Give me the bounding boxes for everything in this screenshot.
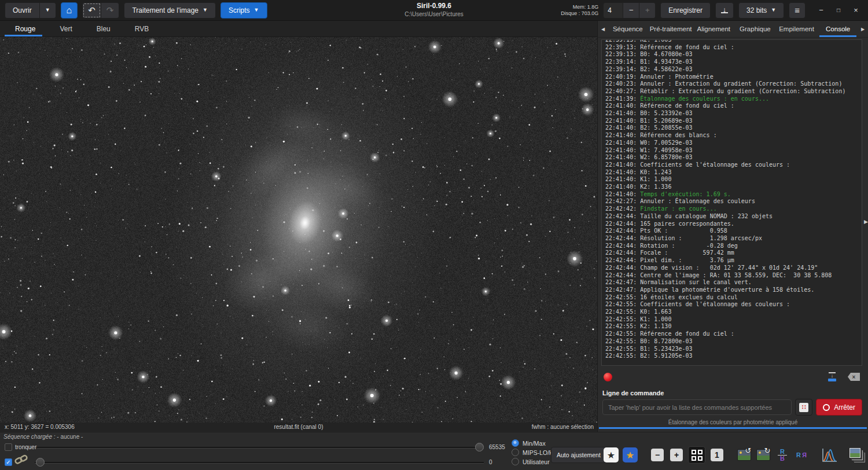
zoom-increment-button[interactable]: + (639, 3, 655, 18)
console-line: 22:42:55: K1: 1.000 (605, 316, 858, 324)
console-line: 22:42:44: Centre de l'image : RA: 01 33 … (605, 272, 858, 280)
histogram-icon[interactable] (821, 445, 837, 465)
home-button[interactable]: ⌂ (61, 2, 78, 19)
undo-button[interactable]: ↶ (82, 2, 101, 19)
tab-pretraitement[interactable]: Pré-traitement (649, 21, 693, 37)
zoom-one-to-one-icon[interactable]: 1 (709, 445, 724, 465)
loaded-filename: resultat.fit (canal 0) (0, 424, 597, 430)
right-panel: ◀ Séquence Pré-traitement Alignement Gra… (597, 21, 868, 432)
bit-depth-select[interactable]: 32 bits ▼ (738, 2, 784, 19)
zoom-level-input[interactable]: 4 (604, 3, 623, 18)
console-line: 22:41:40: K2: 1.336 (605, 183, 858, 191)
console-line: 22:42:44: Champ de vision : 02d 12' 27.4… (605, 265, 858, 272)
scripts-menu-button[interactable]: Scripts ▼ (220, 2, 267, 19)
window-title-block: Siril-0.99.6 C:\Users\User\Pictures (336, 2, 532, 18)
fit-to-window-icon[interactable] (688, 445, 705, 465)
main-menu-button[interactable]: ≡ (789, 2, 806, 19)
console-line: 22:42:42: Findstar : en cours... (605, 205, 858, 213)
tabs-scroll-left-icon[interactable]: ◀ (599, 21, 607, 37)
low-level-slider[interactable] (35, 458, 484, 467)
redo-button[interactable]: ↷ (101, 2, 120, 19)
console-line: 22:39:14: B1: 4.93473e-03 (605, 58, 858, 66)
sequence-value: - aucune - (56, 434, 83, 440)
open-dropdown-button[interactable]: ▼ (40, 2, 56, 19)
tab-empilement[interactable]: Empilement (776, 21, 818, 37)
close-button[interactable]: × (848, 3, 863, 18)
record-log-button[interactable] (604, 373, 612, 381)
progress-bar (599, 427, 867, 429)
image-processing-label: Traitement de l'image (132, 6, 198, 14)
tab-bleu[interactable]: Bleu (92, 21, 115, 36)
console-line: 22:42:44: Focale : 597.42 mm (605, 249, 858, 257)
flip-horizontal-icon[interactable]: RR (794, 445, 809, 465)
low-slider-handle[interactable] (36, 458, 45, 467)
tab-rouge[interactable]: Rouge (10, 21, 40, 36)
resource-info: Mem: 1.8G Disque : 703.0G (561, 4, 598, 17)
commands-list-button[interactable]: ∷ (795, 399, 812, 416)
flip-vertical-icon[interactable]: RR (775, 445, 790, 465)
tab-rvb[interactable]: RVB (130, 21, 153, 36)
console-line: 22:42:44: 165 paires correspondantes. (605, 221, 858, 228)
console-line: 22:41:40: K0: 1.243 (605, 169, 858, 177)
mode-utilisateur-radio[interactable]: Utilisateur (512, 458, 550, 465)
restore-button[interactable]: □ (831, 3, 846, 18)
zoom-in-icon[interactable]: + (669, 445, 684, 465)
mode-mipslohi-radio[interactable]: MIPS-LO/HI (512, 449, 556, 456)
stop-button[interactable]: Arrêter (816, 399, 862, 416)
undo-icon: ↶ (88, 5, 95, 16)
mode-minmax-label: Min/Max (523, 440, 546, 447)
console-line: 22:42:44: Résolution : 1.298 arcsec/px (605, 235, 858, 243)
save-as-icon: ↓ (721, 7, 728, 13)
mode-minmax-radio[interactable]: Min/Max (512, 439, 546, 447)
console-line: 22:42:55: B1: 5.23423e-03 (605, 346, 858, 353)
save-button[interactable]: Enregistrer (660, 2, 711, 19)
zoom-decrement-button[interactable]: − (623, 3, 639, 18)
console-line: 22:42:55: K2: 1.130 (605, 323, 858, 331)
image-canvas[interactable] (0, 37, 597, 423)
minimize-button[interactable]: − (814, 3, 829, 18)
tab-vert[interactable]: Vert (55, 21, 76, 36)
panel-collapse-icon[interactable]: ▶ (864, 219, 868, 225)
high-level-value: 65535 (489, 444, 505, 450)
save-as-button[interactable]: ↓ (715, 2, 734, 19)
link-channels-checkbox[interactable]: ✓ (5, 458, 12, 466)
auto-adjust-label: Auto ajustement (557, 451, 601, 458)
tab-graphique[interactable]: Graphique (734, 21, 776, 37)
high-slider-handle[interactable] (475, 443, 484, 451)
console-line: 22:42:44: Taille du catalogue NOMAD : 23… (605, 213, 858, 221)
export-log-icon[interactable]: ↓ (827, 372, 837, 381)
console-log[interactable]: 22:39:13: R2: 1.00322:39:13: Référence d… (601, 39, 862, 366)
image-processing-menu-button[interactable]: Traitement de l'image ▼ (124, 2, 215, 19)
rotate-right-icon[interactable]: ↻ (756, 445, 771, 465)
rotate-left-icon[interactable]: ↺ (737, 445, 752, 465)
radio-icon (512, 449, 519, 456)
high-level-slider[interactable] (37, 443, 484, 451)
scripts-label: Scripts (229, 6, 250, 14)
console-line: 22:42:55: B2: 5.91205e-03 (605, 352, 858, 360)
redo-icon: ↷ (106, 5, 114, 16)
negative-view-icon[interactable]: ★ (604, 445, 619, 465)
commands-list-icon: ∷ (799, 403, 808, 412)
tab-sequence[interactable]: Séquence (607, 21, 649, 37)
image-stack-icon[interactable] (849, 445, 865, 465)
stop-icon (823, 404, 830, 411)
tabs-scroll-right-icon[interactable]: ▶ (859, 21, 867, 37)
false-color-icon[interactable]: ★ (623, 445, 638, 465)
open-button[interactable]: Ouvrir (5, 2, 40, 19)
image-status-bar: x: 5011 y: 3627 = 0.005306 resultat.fit … (0, 423, 597, 431)
zoom-level-spinner: 4 − + (603, 2, 656, 19)
zoom-out-icon[interactable]: − (650, 445, 665, 465)
console-line: 22:41:40: W2: 6.85780e-03 (605, 154, 858, 161)
console-line: 22:41:40: B1: 5.20689e-03 (605, 118, 858, 125)
console-line: 22:42:55: B0: 8.72800e-03 (605, 338, 858, 346)
memory-info: Mem: 1.8G (561, 4, 598, 10)
console-line: 22:42:55: 16 étoiles exclues du calcul (605, 294, 858, 302)
tab-console[interactable]: Console (817, 21, 859, 37)
command-input[interactable] (602, 399, 792, 415)
chevron-down-icon: ▼ (203, 8, 208, 13)
tab-alignement[interactable]: Alignement (693, 21, 734, 37)
clear-console-icon[interactable]: × (848, 373, 860, 381)
truncate-label: tronquer (15, 444, 36, 450)
stop-label: Arrêter (834, 403, 855, 412)
truncate-checkbox[interactable] (5, 443, 12, 451)
